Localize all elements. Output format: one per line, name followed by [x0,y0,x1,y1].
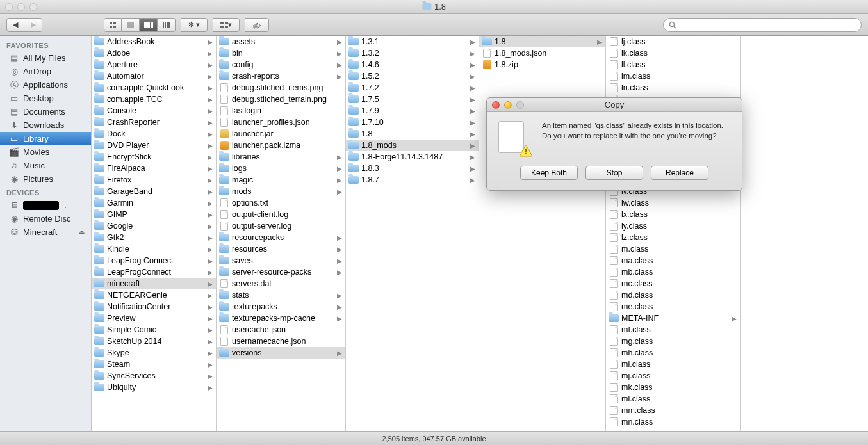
file-row[interactable]: crash-reports▶ [217,70,345,82]
file-row[interactable]: lk.class [606,47,740,59]
file-row[interactable]: resourcepacks▶ [217,232,345,243]
sidebar-item-downloads[interactable]: ⬇Downloads [0,118,91,132]
file-row[interactable]: 1.8▶ [346,128,479,140]
forward-button[interactable]: ▶ [24,18,42,32]
sidebar-item-movies[interactable]: 🎬Movies [0,145,91,159]
file-row[interactable]: launcher_profiles.json [217,117,345,128]
minimize-button[interactable] [17,3,25,11]
file-row[interactable]: texturepacks▶ [217,301,345,312]
file-row[interactable]: Steam▶ [92,359,216,370]
file-row[interactable]: AddressBook▶ [92,36,216,47]
eject-icon[interactable]: ⏏ [79,229,85,236]
file-row[interactable]: Aperture▶ [92,59,216,70]
file-row[interactable]: GarageBand▶ [92,186,216,197]
sidebar-item-pictures[interactable]: ◉Pictures [0,172,91,186]
file-row[interactable]: FireAlpaca▶ [92,163,216,174]
file-row[interactable]: output-server.log [217,220,345,232]
file-row[interactable]: GIMP▶ [92,209,216,220]
file-row[interactable]: Firefox▶ [92,174,216,186]
file-row[interactable]: 1.8▶ [479,36,605,47]
file-row[interactable]: launcher.jar [217,128,345,140]
keep-both-button[interactable]: Keep Both [520,166,578,180]
sidebar-item-music[interactable]: ♫Music [0,159,91,172]
file-row[interactable]: debug.stitched_terrain.png [217,93,345,105]
file-row[interactable]: mi.class [606,359,740,370]
file-row[interactable]: texturepacks-mp-cache▶ [217,312,345,324]
file-row[interactable]: 1.3.1▶ [346,36,479,47]
file-row[interactable]: 1.7.10▶ [346,117,479,128]
file-row[interactable]: mg.class [606,336,740,347]
file-row[interactable]: Automator▶ [92,70,216,82]
search-field[interactable] [663,18,862,32]
replace-button[interactable]: Replace [651,166,708,180]
file-row[interactable]: SketchUp 2014▶ [92,336,216,347]
file-row[interactable]: 1.5.2▶ [346,70,479,82]
file-row[interactable]: com.apple.TCC▶ [92,93,216,105]
search-input[interactable] [680,20,856,29]
file-row[interactable]: logs▶ [217,163,345,174]
file-row[interactable]: md.class [606,289,740,301]
sidebar-item-documents[interactable]: ▤Documents [0,105,91,118]
file-row[interactable]: versions▶ [217,347,345,359]
file-row[interactable]: mods▶ [217,186,345,197]
file-row[interactable]: mj.class [606,370,740,382]
file-row[interactable]: EncryptStick▶ [92,151,216,163]
file-row[interactable]: 1.7.9▶ [346,105,479,117]
file-row[interactable]: Skype▶ [92,347,216,359]
file-row[interactable]: bin▶ [217,47,345,59]
file-row[interactable]: Dock▶ [92,128,216,140]
file-row[interactable]: ml.class [606,393,740,405]
file-row[interactable]: debug.stitched_items.png [217,82,345,93]
coverflow-view-button[interactable] [158,18,176,32]
file-row[interactable]: 1.8.zip [479,59,605,70]
file-row[interactable]: 1.3.2▶ [346,47,479,59]
file-row[interactable]: mc.class [606,278,740,289]
file-column[interactable]: 1.3.1▶1.3.2▶1.4.6▶1.5.2▶1.7.2▶1.7.5▶1.7.… [346,36,479,431]
file-row[interactable]: lm.class [606,70,740,82]
file-row[interactable]: mf.class [606,324,740,336]
file-row[interactable]: ly.class [606,220,740,232]
file-row[interactable]: usercache.json [217,324,345,336]
sidebar-item-applications[interactable]: ⒶApplications [0,78,91,92]
file-row[interactable]: mm.class [606,405,740,416]
file-column[interactable]: assets▶bin▶config▶crash-reports▶debug.st… [217,36,346,431]
file-row[interactable]: usernamecache.json [217,336,345,347]
zoom-button[interactable] [29,3,37,11]
sidebar-device[interactable]: 🖥. [0,198,91,212]
file-row[interactable]: 1.8-Forge11.14.3.1487▶ [346,151,479,163]
file-row[interactable]: ll.class [606,59,740,70]
file-row[interactable]: Kindle▶ [92,243,216,255]
sidebar-item-airdrop[interactable]: ◎AirDrop [0,65,91,78]
file-row[interactable]: magic▶ [217,174,345,186]
icon-view-button[interactable] [104,18,122,32]
sidebar-device[interactable]: ◉Remote Disc [0,212,91,225]
file-row[interactable]: 1.8_mods▶ [346,140,479,151]
file-row[interactable]: LeapFrog Connect▶ [92,255,216,266]
file-row[interactable]: Preview▶ [92,312,216,324]
file-row[interactable]: ma.class [606,255,740,266]
file-row[interactable]: Gtk2▶ [92,232,216,243]
file-row[interactable]: lz.class [606,232,740,243]
stop-button[interactable]: Stop [585,166,643,180]
file-row[interactable]: com.apple.QuickLook▶ [92,82,216,93]
file-row[interactable]: servers.dat [217,278,345,289]
file-row[interactable]: Google▶ [92,220,216,232]
file-row[interactable]: META-INF▶ [606,312,740,324]
file-row[interactable]: stats▶ [217,289,345,301]
file-row[interactable]: config▶ [217,59,345,70]
file-row[interactable]: 1.8.3▶ [346,163,479,174]
file-row[interactable]: resources▶ [217,243,345,255]
file-row[interactable]: me.class [606,301,740,312]
file-row[interactable]: lj.class [606,36,740,47]
file-row[interactable]: 1.7.5▶ [346,93,479,105]
file-row[interactable]: mb.class [606,266,740,278]
file-row[interactable]: Simple Comic▶ [92,324,216,336]
sidebar-item-desktop[interactable]: ▭Desktop [0,92,91,105]
file-row[interactable]: 1.4.6▶ [346,59,479,70]
file-row[interactable]: 1.8.7▶ [346,174,479,186]
file-row[interactable]: 1.7.2▶ [346,82,479,93]
action-menu-button[interactable]: ✻ ▾ [181,18,208,32]
file-row[interactable]: output-client.log [217,209,345,220]
file-row[interactable]: CrashReporter▶ [92,117,216,128]
file-row[interactable]: mn.class [606,416,740,428]
